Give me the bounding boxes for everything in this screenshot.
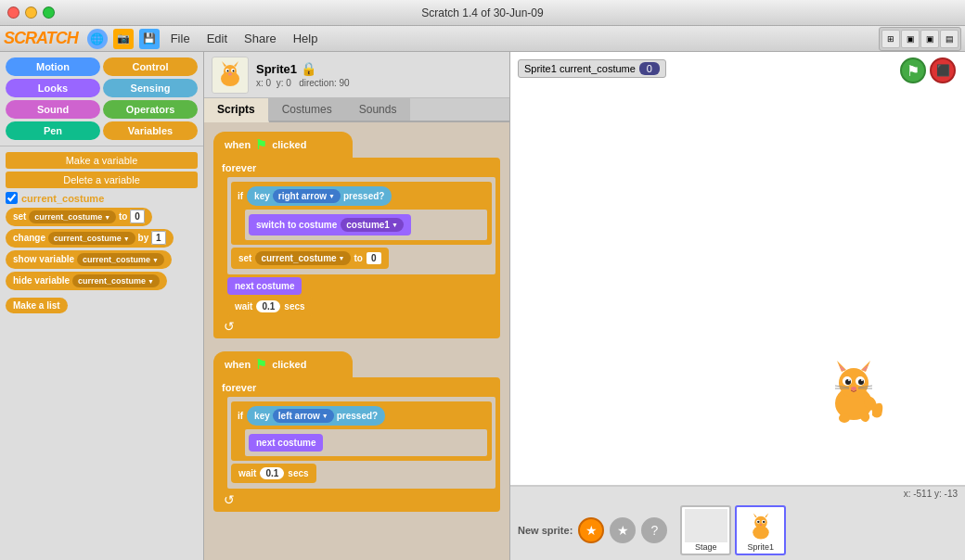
- left-panel: Motion Control Looks Sensing Sound Opera…: [0, 52, 204, 560]
- hat-block-1[interactable]: when ⚑ clicked: [213, 132, 353, 158]
- next-costume-block-1[interactable]: next costume: [227, 277, 302, 295]
- menubar: SCRATCH 🌐 📷 💾 File Edit Share Help ⊞ ▣ ▣…: [0, 26, 965, 52]
- menu-help[interactable]: Help: [286, 29, 326, 48]
- pressed-label-1: pressed?: [343, 191, 384, 201]
- svg-marker-32: [765, 513, 768, 517]
- if-inner-2: next costume: [245, 429, 487, 456]
- change-value-input[interactable]: 1: [151, 231, 166, 245]
- if-row-1: if key right arrow▼ pressed?: [234, 185, 395, 208]
- costume-dropdown-1[interactable]: costume1▼: [341, 218, 404, 232]
- category-variables[interactable]: Variables: [103, 121, 198, 140]
- show-variable-block[interactable]: show variable current_costume: [6, 250, 172, 269]
- after-if-blocks-1: next costume wait 0.1 secs: [227, 276, 497, 317]
- window-controls[interactable]: [7, 6, 55, 19]
- category-motion[interactable]: Motion: [6, 57, 100, 76]
- forever-arrow-2: ↺: [216, 490, 497, 509]
- change-var-dropdown[interactable]: current_costume: [48, 232, 135, 245]
- random-sprite-button[interactable]: ?: [641, 517, 667, 543]
- wait-value-1[interactable]: 0.1: [256, 300, 280, 312]
- svg-marker-3: [234, 61, 238, 67]
- wait-label-2: wait: [238, 468, 256, 478]
- switch-costume-block[interactable]: switch to costume costume1▼: [249, 214, 411, 235]
- show-var-dropdown[interactable]: current_costume: [77, 253, 164, 266]
- key-dropdown-1[interactable]: right arrow▼: [273, 189, 341, 203]
- category-pen[interactable]: Pen: [6, 121, 100, 140]
- key-pressed-block-2[interactable]: key left arrow▼ pressed?: [247, 406, 385, 426]
- set-var-dropdown[interactable]: current_costume: [29, 210, 116, 223]
- presentation-btn[interactable]: ▣: [920, 30, 939, 48]
- sprite1-thumbnail[interactable]: Sprite1: [735, 505, 786, 555]
- scripts-area[interactable]: when ⚑ clicked forever if: [204, 122, 509, 560]
- view-btn[interactable]: ▣: [901, 30, 920, 48]
- stage-thumbnail[interactable]: Stage: [680, 505, 731, 555]
- globe-icon[interactable]: 🌐: [87, 29, 108, 49]
- when-label-2: when: [225, 359, 251, 370]
- wait-block-2[interactable]: wait 0.1 secs: [231, 464, 316, 483]
- camera-icon[interactable]: 📷: [113, 29, 134, 49]
- set-label-script: set: [238, 253, 251, 263]
- make-variable-button[interactable]: Make a variable: [6, 152, 198, 169]
- tab-sounds[interactable]: Sounds: [346, 98, 411, 121]
- tab-scripts[interactable]: Scripts: [204, 98, 269, 122]
- next-costume-inner-2[interactable]: next costume: [249, 434, 323, 452]
- set-value-input[interactable]: 0: [130, 210, 145, 223]
- delete-variable-button[interactable]: Delete a variable: [6, 172, 198, 188]
- sprite-coords: x: 0 y: 0 direction: 90: [256, 78, 350, 88]
- paint-sprite-button[interactable]: ★: [578, 517, 604, 543]
- sprite1-preview-svg: [742, 510, 779, 541]
- svg-point-19: [848, 379, 850, 381]
- key-dropdown-2[interactable]: left arrow▼: [273, 409, 334, 423]
- middle-panel: Sprite1 🔒 x: 0 y: 0 direction: 90 Script…: [204, 52, 510, 560]
- forever-label-2: forever: [216, 380, 497, 395]
- set-costume-block[interactable]: set current_costume▼ to 0: [231, 248, 389, 269]
- hat-block-2[interactable]: when ⚑ clicked: [213, 351, 353, 377]
- green-flag-button[interactable]: ⚑: [900, 57, 926, 83]
- category-sound[interactable]: Sound: [6, 100, 100, 119]
- tab-costumes[interactable]: Costumes: [269, 98, 346, 121]
- stage-thumb-label: Stage: [695, 542, 717, 552]
- wait-block-1[interactable]: wait 0.1 secs: [227, 297, 313, 316]
- category-operators[interactable]: Operators: [103, 100, 198, 119]
- sprite-thumbnail: [212, 57, 249, 94]
- close-button[interactable]: [7, 6, 19, 19]
- svg-point-35: [757, 521, 759, 523]
- forever-block-2[interactable]: forever if key left arrow▼: [213, 377, 500, 512]
- hide-var-dropdown[interactable]: current_costume: [72, 274, 160, 287]
- if-block-2[interactable]: if key left arrow▼ pressed?: [231, 401, 492, 461]
- category-control[interactable]: Control: [103, 57, 198, 76]
- monitor-value: 0: [639, 62, 660, 75]
- control-button-group: ⊞ ▣ ▣ ▤: [879, 27, 961, 51]
- svg-point-37: [760, 524, 762, 526]
- extra-btn[interactable]: ▤: [940, 30, 959, 48]
- green-flag-icon-1: ⚑: [255, 137, 267, 152]
- forever-block-1[interactable]: forever if key right arrow▼: [213, 158, 500, 338]
- category-sensing[interactable]: Sensing: [103, 79, 198, 97]
- hide-variable-block[interactable]: hide variable current_costume: [6, 272, 167, 290]
- if-block-1[interactable]: if key right arrow▼ pressed?: [231, 182, 492, 245]
- menu-share[interactable]: Share: [237, 29, 284, 48]
- variable-visible-checkbox[interactable]: [6, 192, 18, 204]
- key-pressed-block-1[interactable]: key right arrow▼ pressed?: [247, 186, 392, 206]
- svg-point-17: [845, 379, 851, 385]
- fullscreen-btn[interactable]: ⊞: [881, 30, 900, 48]
- menu-file[interactable]: File: [163, 29, 198, 48]
- set-block[interactable]: set current_costume to 0: [6, 208, 152, 226]
- folder-icon[interactable]: 💾: [139, 29, 160, 49]
- maximize-button[interactable]: [43, 6, 55, 19]
- minimize-button[interactable]: [25, 6, 37, 19]
- set-value-0[interactable]: 0: [367, 252, 381, 264]
- set-block-row: set current_costume to 0: [6, 208, 198, 226]
- change-block[interactable]: change current_costume by 1: [6, 229, 174, 248]
- set-var-dropdown-1[interactable]: current_costume▼: [255, 251, 350, 265]
- sprite-bar: New sprite: ★ ★ ? Stage: [510, 501, 965, 560]
- make-list-block[interactable]: Make a list: [6, 298, 68, 313]
- key-label-2: key: [254, 411, 270, 421]
- sprite-name: Sprite1: [256, 62, 297, 76]
- category-looks[interactable]: Looks: [6, 79, 100, 97]
- sprite-header: Sprite1 🔒 x: 0 y: 0 direction: 90: [204, 52, 509, 98]
- stop-button[interactable]: ⬛: [930, 57, 956, 83]
- menu-edit[interactable]: Edit: [199, 29, 235, 48]
- wait-value-2[interactable]: 0.1: [260, 467, 284, 479]
- photo-sprite-button[interactable]: ★: [610, 517, 636, 543]
- right-panel: ⚑ ⬛ Sprite1 current_costume 0: [510, 52, 965, 560]
